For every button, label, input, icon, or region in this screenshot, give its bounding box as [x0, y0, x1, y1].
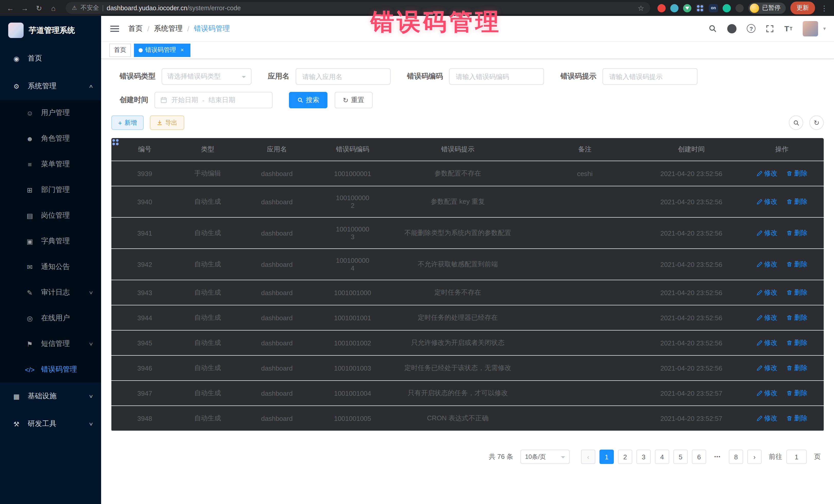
goto-page-input[interactable] [786, 450, 807, 464]
app-name-input[interactable] [295, 68, 391, 85]
edit-link[interactable]: 修改 [756, 169, 777, 178]
edit-link[interactable]: 修改 [756, 260, 777, 269]
breadcrumb-item[interactable]: 错误码管理 / [194, 24, 230, 33]
search-button[interactable]: 搜索 [289, 92, 327, 108]
sidebar-item[interactable]: ▦ 基础设施 ∨ [0, 382, 101, 410]
user-avatar[interactable] [803, 21, 818, 36]
delete-link[interactable]: 删除 [787, 169, 808, 178]
browser-menu-icon[interactable]: ⋮ [820, 4, 829, 12]
edit-link[interactable]: 修改 [756, 414, 777, 423]
bookmark-star-icon[interactable]: ☆ [638, 4, 644, 12]
delete-link[interactable]: 删除 [787, 414, 808, 423]
delete-link[interactable]: 删除 [787, 338, 808, 348]
edit-link[interactable]: 修改 [756, 338, 777, 348]
cell-type: 自动生成 [178, 355, 237, 380]
sidebar-item[interactable]: ◎ 在线用户 [0, 305, 101, 331]
sidebar-item[interactable]: ☻ 角色管理 [0, 126, 101, 151]
sidebar-item[interactable]: ⚒ 研发工具 ∨ [0, 410, 101, 438]
font-size-icon[interactable]: TT [785, 24, 792, 33]
prev-page-button[interactable]: ‹ [581, 450, 595, 464]
page-number-button[interactable]: 2 [618, 450, 632, 464]
home-icon[interactable]: ⌂ [48, 4, 59, 12]
page-number-button[interactable]: 3 [636, 450, 651, 464]
page-number-button[interactable]: ••• [710, 450, 725, 464]
export-button[interactable]: 导出 [150, 115, 184, 130]
edit-link[interactable]: 修改 [756, 364, 777, 373]
extension-icon-green[interactable] [723, 4, 731, 12]
sidebar-toggle-icon[interactable] [109, 22, 120, 35]
cell-actions: 修改 删除 [740, 161, 824, 186]
column-header: 错误码编码 [317, 138, 389, 161]
sidebar-item[interactable]: ☺ 用户管理 [0, 100, 101, 126]
page-size-select[interactable]: 10条/页 [521, 450, 570, 464]
create-time-range-picker[interactable]: 开始日期 - 结束日期 [154, 92, 272, 108]
page-number-button[interactable]: 6 [692, 450, 706, 464]
cell-app: dashboard [237, 406, 317, 431]
chrome-update-button[interactable]: 更新 [790, 2, 815, 14]
page-number-button[interactable]: 1 [599, 450, 614, 464]
error-type-select[interactable]: 请选择错误码类型 [162, 68, 251, 85]
cell-time: 2021-04-20 23:52:56 [642, 161, 740, 186]
sidebar-item[interactable]: ◉ 首页 [0, 45, 101, 72]
delete-link[interactable]: 删除 [787, 260, 808, 269]
column-header: 操作 [740, 138, 824, 161]
page-number-button[interactable]: 4 [655, 450, 669, 464]
sidebar-item[interactable]: ✎ 审计日志 ∨ [0, 280, 101, 305]
forward-icon[interactable]: → [20, 4, 30, 12]
extension-icon-teal[interactable] [670, 4, 679, 12]
chevron-down-icon[interactable]: ▾ [823, 26, 826, 31]
page-number-button[interactable]: 8 [729, 450, 743, 464]
extension-icon-on-badge[interactable]: on [709, 4, 718, 12]
sidebar-item[interactable]: ⊞ 部门管理 [0, 177, 101, 203]
delete-link[interactable]: 删除 [787, 364, 808, 373]
sidebar-item[interactable]: ⚙ 系统管理 ∧ [0, 72, 101, 100]
sidebar-item[interactable]: ✉ 通知公告 [0, 254, 101, 280]
page-number-button[interactable]: 5 [673, 450, 688, 464]
sidebar-item[interactable]: ▤ 岗位管理 [0, 203, 101, 228]
back-icon[interactable]: ← [5, 4, 15, 12]
error-code-input[interactable] [449, 68, 544, 85]
breadcrumb-item[interactable]: 首页 / [128, 24, 154, 33]
help-icon[interactable]: ? [747, 24, 756, 33]
refresh-button[interactable]: ↻ [809, 115, 824, 130]
delete-link[interactable]: 删除 [787, 389, 808, 398]
extensions-puzzle-icon[interactable] [736, 4, 744, 12]
reload-icon[interactable]: ↻ [34, 4, 44, 12]
edit-link[interactable]: 修改 [756, 288, 777, 297]
extension-icon-grid[interactable] [696, 4, 704, 12]
page-content: 错误码类型 请选择错误码类型 应用名 错误码编码 [101, 59, 834, 504]
delete-link[interactable]: 删除 [787, 288, 808, 297]
edit-link[interactable]: 修改 [756, 228, 777, 238]
view-tab[interactable]: 错误码管理 × [134, 43, 191, 57]
sidebar-item[interactable]: ▣ 字典管理 [0, 228, 101, 254]
vue-devtools-icon[interactable] [683, 4, 691, 12]
breadcrumb-item[interactable]: 系统管理 / [154, 24, 194, 33]
cell-code: 1001001005 [317, 406, 389, 431]
browser-profile-chip[interactable]: 已暂停 [748, 2, 786, 14]
view-tab[interactable]: 首页 × [109, 43, 131, 57]
next-page-button[interactable]: › [747, 450, 762, 464]
sidebar-item[interactable]: ⚑ 短信管理 ∨ [0, 331, 101, 357]
reset-button[interactable]: ↻ 重置 [335, 92, 373, 108]
edit-link[interactable]: 修改 [756, 197, 777, 206]
audit-log-icon: ✎ [25, 289, 35, 297]
add-button[interactable]: + 新增 [111, 115, 144, 130]
edit-link[interactable]: 修改 [756, 313, 777, 322]
toggle-search-button[interactable] [789, 115, 803, 130]
search-icon[interactable] [708, 24, 717, 33]
edit-link[interactable]: 修改 [756, 389, 777, 398]
delete-link[interactable]: 删除 [787, 313, 808, 322]
extension-icon-red[interactable] [657, 4, 666, 12]
table-row: 3946 自动生成 dashboard 1001001003 定时任务已经处于该… [111, 355, 824, 380]
cell-app: dashboard [237, 330, 317, 355]
github-icon[interactable] [727, 24, 737, 33]
error-msg-input[interactable] [602, 68, 698, 85]
close-icon[interactable]: × [179, 46, 186, 53]
sidebar-item[interactable]: ≡ 菜单管理 [0, 151, 101, 177]
dictionary-book-icon: ▣ [25, 237, 35, 245]
fullscreen-icon[interactable] [766, 24, 774, 32]
delete-link[interactable]: 删除 [787, 197, 808, 206]
address-bar[interactable]: ⚠ 不安全 dashboard.yudao.iocoder.cn/system/… [66, 2, 650, 14]
sidebar-item[interactable]: </> 错误码管理 [0, 357, 101, 382]
delete-link[interactable]: 删除 [787, 228, 808, 238]
